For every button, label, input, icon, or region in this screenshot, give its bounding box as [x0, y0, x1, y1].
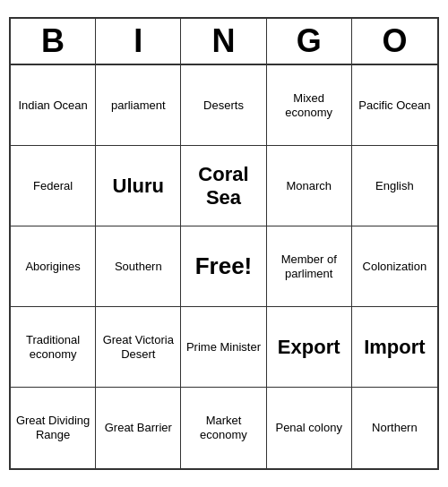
bingo-cell: Import	[352, 307, 437, 388]
bingo-cell: Aborigines	[11, 226, 96, 307]
cell-text: Member of parliment	[271, 252, 348, 280]
bingo-cell: Coral Sea	[181, 146, 266, 226]
bingo-cell: Market economy	[181, 388, 266, 468]
cell-text: Traditional economy	[14, 333, 91, 361]
header-letter: B	[11, 19, 96, 64]
cell-text: parliament	[111, 98, 166, 113]
cell-text: Federal	[33, 179, 73, 193]
header-letter: G	[267, 19, 352, 64]
cell-text: Deserts	[203, 98, 244, 113]
cell-text: Northern	[372, 421, 418, 435]
cell-text: Coral Sea	[185, 163, 262, 209]
bingo-cell: Uluru	[96, 146, 181, 226]
cell-text: Prime Minister	[186, 340, 261, 355]
bingo-cell: Prime Minister	[181, 307, 266, 388]
bingo-cell: Indian Ocean	[11, 65, 96, 146]
cell-text: Great Victoria Desert	[99, 333, 177, 361]
bingo-cell: Southern	[96, 226, 181, 307]
bingo-header: BINGO	[11, 19, 437, 65]
cell-text: Mixed economy	[271, 91, 348, 119]
bingo-cell: Great Dividing Range	[11, 388, 96, 468]
cell-text: Southern	[115, 260, 162, 274]
bingo-cell: Great Victoria Desert	[96, 307, 181, 388]
bingo-cell: Free!	[181, 226, 266, 307]
bingo-cell: Monarch	[267, 146, 352, 226]
cell-text: Aborigines	[25, 260, 80, 274]
cell-text: English	[375, 179, 414, 193]
bingo-cell: Colonization	[352, 226, 437, 307]
cell-text: Monarch	[286, 179, 332, 193]
cell-text: Export	[278, 336, 340, 359]
bingo-cell: Traditional economy	[11, 307, 96, 388]
bingo-cell: Penal colony	[267, 388, 352, 468]
cell-text: Colonization	[363, 260, 427, 274]
cell-text: Pacific Ocean	[358, 98, 430, 113]
cell-text: Import	[364, 336, 425, 359]
bingo-cell: Mixed economy	[267, 65, 352, 146]
bingo-cell: Pacific Ocean	[352, 65, 437, 146]
bingo-grid: Indian OceanparliamentDesertsMixed econo…	[11, 65, 437, 468]
bingo-cell: parliament	[96, 65, 181, 146]
bingo-cell: English	[352, 146, 437, 226]
bingo-cell: Northern	[352, 388, 437, 468]
bingo-cell: Great Barrier	[96, 388, 181, 468]
header-letter: I	[96, 19, 181, 64]
header-letter: N	[181, 19, 266, 64]
bingo-cell: Deserts	[181, 65, 266, 146]
cell-text: Great Dividing Range	[14, 414, 91, 441]
header-letter: O	[352, 19, 437, 64]
bingo-card: BINGO Indian OceanparliamentDesertsMixed…	[9, 17, 439, 470]
cell-text: Indian Ocean	[18, 98, 87, 113]
bingo-cell: Member of parliment	[267, 226, 352, 307]
cell-text: Penal colony	[275, 421, 341, 435]
cell-text: Market economy	[185, 414, 262, 441]
cell-text: Great Barrier	[105, 421, 172, 435]
bingo-cell: Federal	[11, 146, 96, 226]
cell-text: Free!	[195, 252, 253, 280]
cell-text: Uluru	[113, 175, 164, 198]
bingo-cell: Export	[267, 307, 352, 388]
